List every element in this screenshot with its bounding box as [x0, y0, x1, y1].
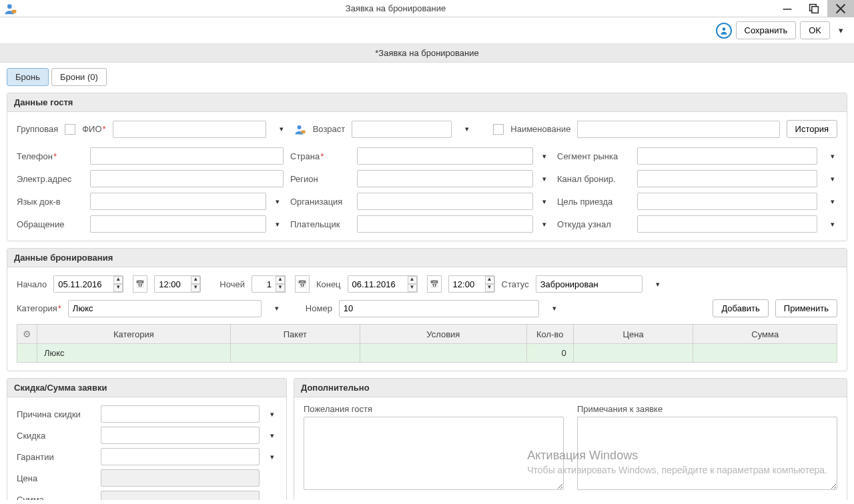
wishes-label: Пожелания гостя [304, 404, 564, 414]
history-button[interactable]: История [787, 120, 837, 138]
end-date-input[interactable] [348, 275, 408, 293]
email-input[interactable] [90, 170, 284, 187]
group-checkbox[interactable] [65, 124, 75, 135]
apply-button[interactable]: Применить [775, 299, 837, 317]
org-checkbox[interactable] [493, 124, 504, 135]
tabs: Бронь Брони (0) [7, 68, 847, 86]
channel-dropdown[interactable] [827, 170, 839, 187]
start-date-input[interactable] [53, 275, 113, 293]
phone-label: Телефон [17, 151, 83, 161]
fio-label: ФИО [82, 124, 105, 134]
discount-panel: Скидка/Сумма заявки Причина скидки Скидк… [7, 378, 287, 500]
status-label: Статус [502, 279, 529, 289]
col-category: Категория [37, 325, 231, 344]
ok-button[interactable]: OK [800, 21, 830, 39]
wishes-textarea[interactable] [304, 417, 564, 490]
col-conditions: Условия [360, 325, 526, 344]
phone-input[interactable] [90, 147, 284, 165]
discount-dropdown[interactable] [266, 427, 278, 444]
doclang-label: Язык док-в [17, 197, 83, 207]
nights-calendar-icon[interactable] [295, 275, 310, 293]
discount-panel-header: Скидка/Сумма заявки [7, 379, 286, 397]
guarantee-label: Гарантии [17, 452, 97, 462]
age-input[interactable] [352, 121, 452, 138]
toolbar: Сохранить OK ▾ [0, 17, 854, 44]
app-icon [4, 2, 17, 15]
room-label: Номер [306, 303, 332, 313]
gear-icon[interactable] [23, 329, 31, 339]
heardfrom-label: Откуда узнал [557, 219, 630, 229]
country-input[interactable] [357, 147, 533, 165]
additional-panel: Дополнительно Пожелания гостя Примечания… [294, 378, 847, 500]
guarantee-dropdown[interactable] [266, 448, 278, 465]
col-sum: Сумма [693, 325, 837, 344]
age-dropdown[interactable] [461, 121, 473, 138]
heardfrom-input[interactable] [637, 215, 817, 233]
end-time-input[interactable] [448, 275, 485, 293]
status-dropdown[interactable] [652, 275, 664, 293]
room-input[interactable] [339, 300, 539, 317]
guest-panel-header: Данные гостя [7, 93, 847, 112]
segment-input[interactable] [637, 147, 817, 165]
organization-dropdown[interactable] [538, 193, 550, 210]
doclang-dropdown[interactable] [272, 193, 284, 210]
region-input[interactable] [357, 170, 533, 187]
cell-conditions [360, 344, 526, 363]
fio-dropdown[interactable] [276, 121, 288, 138]
reason-input[interactable] [101, 405, 260, 423]
tab-booking[interactable]: Бронь [7, 68, 49, 86]
purpose-input[interactable] [637, 193, 817, 210]
notes-textarea[interactable] [577, 417, 837, 490]
start-time-spinner[interactable]: ▲▼ [191, 275, 201, 293]
payer-dropdown[interactable] [538, 215, 550, 233]
additional-panel-header: Дополнительно [294, 379, 847, 397]
room-dropdown[interactable] [548, 300, 560, 317]
col-price: Цена [573, 325, 693, 344]
col-qty: Кол-во [526, 325, 573, 344]
cell-package [230, 344, 360, 363]
toolbar-menu-caret[interactable]: ▾ [834, 25, 847, 35]
nights-spinner[interactable]: ▲▼ [276, 275, 286, 293]
close-button[interactable] [827, 0, 854, 17]
heardfrom-dropdown[interactable] [827, 215, 839, 233]
tab-bookings-list[interactable]: Брони (0) [51, 68, 107, 86]
salutation-dropdown[interactable] [272, 215, 284, 233]
cell-qty: 0 [526, 344, 573, 363]
start-date-calendar-icon[interactable] [133, 275, 147, 293]
purpose-dropdown[interactable] [827, 193, 839, 210]
category-dropdown[interactable] [271, 300, 283, 317]
svg-point-0 [7, 4, 12, 9]
doclang-input[interactable] [90, 193, 266, 210]
user-avatar-icon[interactable] [716, 23, 732, 39]
minimize-button[interactable] [774, 0, 801, 17]
category-label: Категория [17, 303, 61, 313]
region-dropdown[interactable] [538, 170, 550, 187]
channel-input[interactable] [637, 170, 817, 187]
segment-dropdown[interactable] [827, 147, 839, 165]
end-date-calendar-icon[interactable] [427, 275, 442, 293]
maximize-button[interactable] [801, 0, 827, 17]
group-label: Групповая [17, 124, 58, 134]
start-time-input[interactable] [154, 275, 191, 293]
salutation-input[interactable] [90, 215, 266, 233]
payer-input[interactable] [357, 215, 533, 233]
nights-input[interactable] [252, 275, 276, 293]
category-input[interactable] [68, 300, 262, 317]
reason-dropdown[interactable] [266, 405, 278, 423]
start-date-spinner[interactable]: ▲▼ [113, 275, 123, 293]
start-label: Начало [17, 279, 47, 289]
country-dropdown[interactable] [538, 147, 550, 165]
end-time-spinner[interactable]: ▲▼ [485, 275, 495, 293]
org-name-input[interactable] [577, 121, 779, 138]
discount-input[interactable] [101, 427, 260, 444]
country-label: Страна [290, 151, 350, 161]
save-button[interactable]: Сохранить [736, 21, 797, 39]
end-date-spinner[interactable]: ▲▼ [408, 275, 418, 293]
status-input[interactable] [536, 275, 643, 293]
guarantee-input[interactable] [101, 448, 260, 465]
organization-input[interactable] [357, 193, 533, 210]
fio-input[interactable] [113, 121, 266, 138]
organization-label: Организация [290, 197, 350, 207]
add-button[interactable]: Добавить [713, 299, 768, 317]
table-row[interactable]: Люкс 0 [17, 344, 837, 363]
